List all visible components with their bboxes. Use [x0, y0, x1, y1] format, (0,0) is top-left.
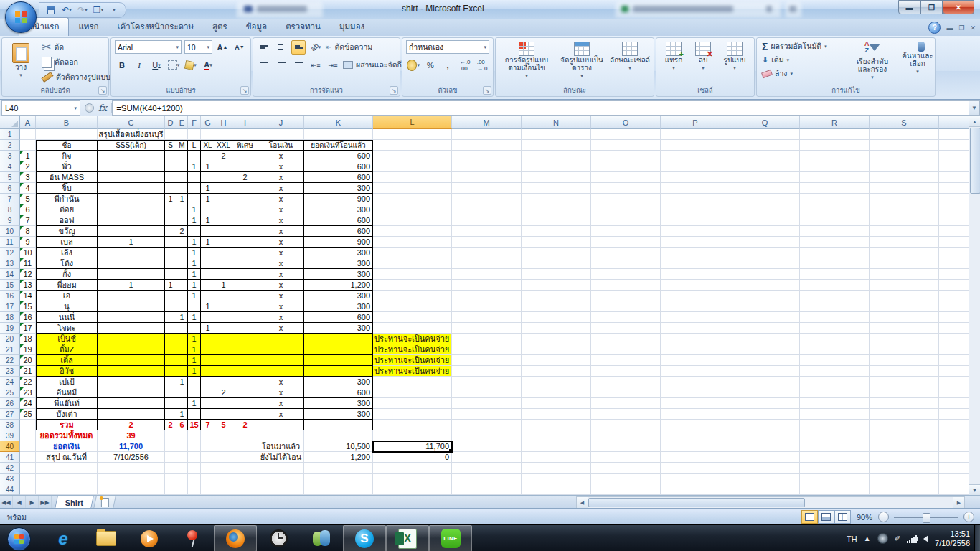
row-header-7[interactable]: 7 — [0, 194, 20, 204]
cell-L17[interactable] — [373, 301, 452, 312]
cell-R10[interactable] — [800, 226, 870, 237]
cell-E8[interactable] — [176, 204, 188, 215]
cell-C23[interactable] — [98, 366, 165, 377]
cell-C42[interactable] — [98, 463, 165, 474]
cell-M3[interactable] — [452, 151, 522, 161]
insert-function-icon[interactable]: fx — [98, 103, 107, 113]
sort-filter-button[interactable]: AZ เรียงลำดับและกรอง▾ — [850, 39, 895, 81]
cell-G27[interactable] — [201, 409, 215, 420]
cell-D44[interactable] — [165, 484, 176, 495]
cell-M6[interactable] — [452, 183, 522, 194]
cell-G8[interactable] — [201, 204, 215, 215]
cell-M5[interactable] — [452, 172, 522, 183]
cell-I13[interactable] — [232, 258, 258, 269]
cell-B21[interactable]: ตั้มZ — [36, 344, 98, 355]
cell-E6[interactable] — [176, 183, 188, 194]
cell-I41[interactable] — [232, 452, 258, 463]
cell-S23[interactable] — [870, 366, 939, 377]
cell-J25[interactable]: x — [258, 387, 304, 398]
cell-R2[interactable] — [800, 140, 870, 151]
cell-A25[interactable]: 23 — [20, 387, 36, 398]
cell-K16[interactable]: 300 — [304, 291, 373, 301]
horizontal-scrollbar[interactable]: ◀ ▶ — [576, 496, 965, 509]
cell-I3[interactable] — [232, 151, 258, 161]
close-button[interactable]: ✕ — [943, 0, 974, 14]
cell-S1[interactable] — [870, 129, 939, 140]
cell-B7[interactable]: พี่กำนัน — [36, 194, 98, 204]
cell-C20[interactable] — [98, 334, 165, 344]
cell-L24[interactable] — [373, 377, 452, 387]
scroll-right-icon[interactable]: ▶ — [953, 497, 964, 508]
taskbar-pushpin-app-icon[interactable] — [171, 525, 214, 551]
cell-L25[interactable] — [373, 387, 452, 398]
cell-D42[interactable] — [165, 463, 176, 474]
cell-M39[interactable] — [452, 430, 522, 441]
cell-S20[interactable] — [870, 334, 939, 344]
ribbon-tab-1[interactable]: แทรก — [69, 18, 108, 36]
cell-F5[interactable] — [188, 172, 201, 183]
minimize-button[interactable]: ▬ — [898, 0, 920, 14]
cell-D11[interactable] — [165, 237, 176, 248]
cell-C43[interactable] — [98, 474, 165, 484]
cell-R5[interactable] — [800, 172, 870, 183]
cell-D22[interactable] — [165, 355, 176, 366]
fill-button[interactable]: ⬇เติม▾ — [760, 53, 829, 67]
cell-Q38[interactable] — [730, 420, 800, 430]
row-header-44[interactable]: 44 — [0, 484, 20, 495]
cell-K4[interactable]: 600 — [304, 161, 373, 172]
cell-G1[interactable] — [201, 129, 215, 140]
cell-F8[interactable]: 1 — [188, 204, 201, 215]
cell-I7[interactable] — [232, 194, 258, 204]
cell-A13[interactable]: 11 — [20, 258, 36, 269]
cell-J26[interactable]: x — [258, 398, 304, 409]
cell-D12[interactable] — [165, 248, 176, 258]
cell-F25[interactable] — [188, 387, 201, 398]
cell-G25[interactable] — [201, 387, 215, 398]
cell-N41[interactable] — [522, 452, 591, 463]
cell-N1[interactable] — [522, 129, 591, 140]
cell-O17[interactable] — [591, 301, 661, 312]
cell-P40[interactable] — [661, 441, 730, 452]
cell-A27[interactable]: 25 — [20, 409, 36, 420]
cell-H44[interactable] — [215, 484, 232, 495]
cell-H23[interactable] — [215, 366, 232, 377]
taskbar-windows-explorer-icon[interactable] — [85, 525, 128, 551]
cell-F10[interactable] — [188, 226, 201, 237]
cell-M38[interactable] — [452, 420, 522, 430]
underline-icon[interactable]: U▾ — [149, 58, 164, 72]
cell-F15[interactable]: 1 — [188, 280, 201, 291]
cell-N2[interactable] — [522, 140, 591, 151]
cell-I10[interactable] — [232, 226, 258, 237]
cell-R7[interactable] — [800, 194, 870, 204]
cell-H21[interactable] — [215, 344, 232, 355]
cell-O27[interactable] — [591, 409, 661, 420]
cell-Q27[interactable] — [730, 409, 800, 420]
find-select-button[interactable]: ค้นหาและเลือก▾ — [899, 39, 936, 81]
cell-J10[interactable]: x — [258, 226, 304, 237]
cell-H40[interactable] — [215, 441, 232, 452]
cell-P23[interactable] — [661, 366, 730, 377]
cell-I39[interactable] — [232, 430, 258, 441]
cell-R21[interactable] — [800, 344, 870, 355]
cell-S39[interactable] — [870, 430, 939, 441]
cell-G13[interactable] — [201, 258, 215, 269]
cell-A18[interactable]: 16 — [20, 312, 36, 323]
cell-A12[interactable]: 10 — [20, 248, 36, 258]
cell-H42[interactable] — [215, 463, 232, 474]
column-header-E[interactable]: E — [176, 116, 188, 129]
cell-M13[interactable] — [452, 258, 522, 269]
row-header-4[interactable]: 4 — [0, 161, 20, 172]
row-header-26[interactable]: 26 — [0, 398, 20, 409]
cell-Q3[interactable] — [730, 151, 800, 161]
cell-A1[interactable] — [20, 129, 36, 140]
cell-J12[interactable]: x — [258, 248, 304, 258]
cell-M21[interactable] — [452, 344, 522, 355]
cell-styles-button[interactable]: ลักษณะเซลล์▾ — [610, 39, 650, 86]
cell-N27[interactable] — [522, 409, 591, 420]
cell-N18[interactable] — [522, 312, 591, 323]
cell-J8[interactable]: x — [258, 204, 304, 215]
row-header-13[interactable]: 13 — [0, 258, 20, 269]
cell-N20[interactable] — [522, 334, 591, 344]
cell-B6[interactable]: จิ๊บ — [36, 183, 98, 194]
cell-Q16[interactable] — [730, 291, 800, 301]
